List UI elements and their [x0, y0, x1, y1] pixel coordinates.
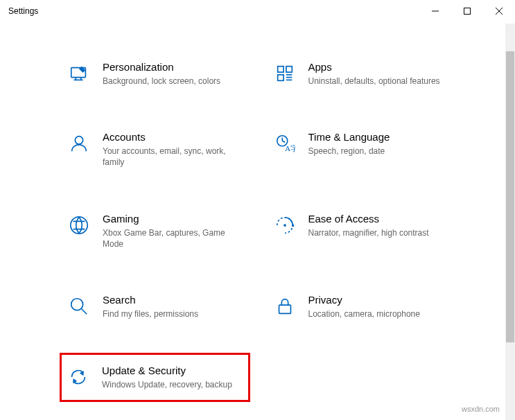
category-desc: Uninstall, defaults, optional features: [308, 76, 448, 87]
svg-rect-8: [277, 67, 283, 72]
category-accounts[interactable]: Accounts Your accounts, email, sync, wor…: [62, 125, 247, 173]
svg-point-22: [71, 299, 83, 310]
svg-point-14: [75, 137, 82, 144]
search-icon: [68, 295, 90, 317]
category-ease-of-access[interactable]: Ease of Access Narrator, magnifier, high…: [268, 207, 453, 255]
scrollbar-thumb[interactable]: [506, 51, 514, 342]
gaming-icon: [68, 214, 90, 236]
titlebar: Settings: [0, 0, 515, 22]
category-title: Search: [103, 294, 242, 306]
category-desc: Windows Update, recovery, backup: [102, 379, 243, 390]
personalization-icon: [68, 62, 90, 85]
svg-rect-10: [277, 75, 283, 80]
apps-icon: [274, 62, 296, 85]
maximize-button[interactable]: [451, 0, 483, 22]
category-title: Update & Security: [102, 365, 243, 376]
category-desc: Background, lock screen, colors: [103, 76, 242, 87]
category-title: Accounts: [103, 131, 242, 143]
scrollbar[interactable]: [505, 24, 515, 420]
update-security-icon: [67, 366, 89, 388]
category-update-security[interactable]: Update & Security Windows Update, recove…: [60, 353, 250, 402]
category-gaming[interactable]: Gaming Xbox Game Bar, captures, Game Mod…: [62, 207, 247, 255]
time-language-icon: A字: [274, 132, 296, 155]
category-desc: Xbox Game Bar, captures, Game Mode: [103, 227, 242, 250]
category-title: Apps: [308, 61, 448, 73]
category-desc: Speech, region, date: [308, 146, 448, 157]
accounts-icon: [68, 132, 90, 155]
svg-point-21: [283, 224, 286, 227]
category-search[interactable]: Search Find my files, permissions: [62, 288, 247, 325]
privacy-icon: [274, 295, 296, 317]
category-title: Gaming: [103, 213, 242, 225]
svg-line-17: [282, 141, 285, 142]
svg-point-19: [71, 216, 87, 233]
category-privacy[interactable]: Privacy Location, camera, microphone: [268, 288, 453, 325]
watermark: wsxdn.com: [462, 405, 500, 413]
svg-rect-24: [279, 305, 290, 313]
svg-text:A字: A字: [285, 144, 295, 152]
category-desc: Your accounts, email, sync, work, family: [103, 146, 242, 168]
window-title: Settings: [8, 6, 38, 16]
ease-of-access-icon: [274, 214, 296, 236]
category-desc: Location, camera, microphone: [308, 308, 448, 320]
svg-rect-1: [464, 8, 471, 15]
category-title: Personalization: [103, 61, 242, 73]
category-title: Privacy: [308, 294, 448, 306]
close-button[interactable]: [483, 0, 515, 22]
minimize-button[interactable]: [419, 0, 451, 22]
category-title: Time & Language: [308, 131, 448, 143]
category-desc: Find my files, permissions: [103, 308, 242, 320]
category-time-language[interactable]: A字 Time & Language Speech, region, date: [268, 125, 453, 173]
category-desc: Narrator, magnifier, high contrast: [308, 227, 448, 238]
svg-line-23: [82, 309, 87, 315]
window-controls: [419, 0, 515, 22]
svg-rect-9: [286, 67, 291, 72]
category-personalization[interactable]: Personalization Background, lock screen,…: [62, 55, 247, 92]
category-apps[interactable]: Apps Uninstall, defaults, optional featu…: [268, 55, 453, 92]
settings-categories: Personalization Background, lock screen,…: [0, 22, 515, 403]
category-title: Ease of Access: [308, 213, 448, 225]
